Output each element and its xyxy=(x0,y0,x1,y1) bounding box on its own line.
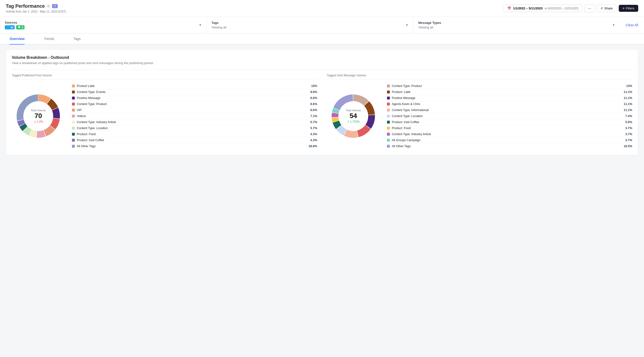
favorite-icon[interactable]: ☆ xyxy=(47,4,50,9)
legend-color xyxy=(387,85,390,88)
more-options-button[interactable]: ··· xyxy=(585,4,594,13)
legend-left: Product: Iced Coffee xyxy=(72,139,104,142)
charts-row: Tagged Published Post Volume Total Volum… xyxy=(12,74,632,149)
legend-label: Product: Food xyxy=(392,127,411,130)
legend-pct: 18.5% xyxy=(622,145,632,148)
clear-all-button[interactable]: Clear All xyxy=(620,23,644,27)
legend-item: Positive Message 11.1% xyxy=(387,95,632,101)
tab-trends[interactable]: Trends xyxy=(44,34,54,45)
legend-color xyxy=(72,127,75,130)
header-actions: 📅 1/1/2022 – 5/11/2023 vs 8/23/2020 – 12… xyxy=(504,4,638,13)
filters-label: Filters xyxy=(626,7,634,10)
legend-item: Product: Iced Coffee 4.3% xyxy=(72,137,317,143)
legend-label: All Other Tags xyxy=(77,145,96,148)
tab-tags[interactable]: Tags xyxy=(74,34,80,45)
legend-pct: 11.1% xyxy=(622,102,632,106)
legend-label: Content Type: Location xyxy=(392,114,422,118)
legend-item: Content Type: Location 7.4% xyxy=(387,113,632,119)
legend-color xyxy=(387,127,390,130)
legend-left: All Groups Campaign xyxy=(387,139,420,142)
legend-item: All Other Tags 28.6% xyxy=(72,143,317,149)
legend-label: All Other Tags xyxy=(392,145,410,148)
filter-bar: Sources 🐦 36 💬 4 ▼ Tags Viewing all ▼ Me… xyxy=(0,17,644,34)
legend-color xyxy=(387,121,390,124)
legend-item: Content Type: Informational 11.1% xyxy=(387,107,632,113)
filters-button[interactable]: ≡ Filters xyxy=(619,5,638,12)
legend-left: Product: Food xyxy=(387,127,411,130)
legend-item: Product Latte 10% xyxy=(72,83,317,89)
legend-pct: 28.6% xyxy=(308,145,317,148)
tags-filter[interactable]: Tags Viewing all ▼ xyxy=(207,17,414,33)
legend-left: Content Type: Location xyxy=(72,127,108,130)
legend-color xyxy=(72,109,75,112)
tags-label: Tags xyxy=(212,21,226,25)
legend-left: All Other Tags xyxy=(387,145,410,148)
legend-color xyxy=(72,139,75,142)
published-total-value: 70 xyxy=(31,112,46,120)
tab-overview[interactable]: Overview xyxy=(10,34,24,45)
twitter-count: 36 xyxy=(10,26,13,29)
card-divider xyxy=(12,70,632,70)
card-title: Volume Breakdown - Outbound xyxy=(12,55,632,60)
legend-left: All Other Tags xyxy=(72,145,96,148)
legend-item: Product: Iced Coffee 5.6% xyxy=(387,119,632,125)
legend-color xyxy=(387,133,390,136)
tags-value: Viewing all xyxy=(212,26,226,29)
legend-color xyxy=(72,97,75,100)
legend-label: Content Type: Informational xyxy=(392,108,428,112)
legend-item: All Groups Campaign 3.7% xyxy=(387,137,632,143)
share-button[interactable]: ↗ Share xyxy=(596,5,616,12)
legend-label: Content Type: Product xyxy=(392,84,422,88)
message-types-filter[interactable]: Message Types Viewing all ▼ xyxy=(414,17,620,33)
page-subtitle: Activity from Jan 1, 2022 - May 11, 2023… xyxy=(6,10,66,13)
legend-pct: 11.1% xyxy=(622,108,632,112)
legend-item: All Other Tags 18.5% xyxy=(387,143,632,149)
legend-label: Product: Food xyxy=(77,133,96,136)
header-left: Tag Performance ☆ ⚡ Activity from Jan 1,… xyxy=(6,3,66,13)
legend-item: Product: Latte 11.1% xyxy=(387,89,632,95)
legend-left: Positive Message xyxy=(72,96,100,100)
date-range-button[interactable]: 📅 1/1/2022 – 5/11/2023 vs 8/23/2020 – 12… xyxy=(504,5,582,12)
legend-color xyxy=(387,139,390,142)
legend-label: Content Type: Location xyxy=(77,127,108,130)
legend-pct: 11.1% xyxy=(622,90,632,94)
legend-color xyxy=(387,115,390,118)
legend-left: Content Type: Informational xyxy=(387,108,428,112)
legend-pct: 4.3% xyxy=(308,133,317,136)
whatsapp-count: 4 xyxy=(22,26,23,29)
sent-message-donut: Total Volume 54 ↗ 1,700% xyxy=(327,90,380,143)
tab-bar: Overview Trends Tags xyxy=(0,34,644,45)
legend-pct: 7.1% xyxy=(308,114,317,118)
legend-pct: 3.7% xyxy=(622,133,632,136)
legend-label: Content Type: Industry Article xyxy=(77,120,116,124)
whatsapp-badge: 💬 4 xyxy=(16,25,24,29)
published-total-label: Total Volume xyxy=(31,109,46,112)
sources-filter[interactable]: Sources 🐦 36 💬 4 ▼ xyxy=(0,17,207,33)
page-title-row: Tag Performance ☆ ⚡ xyxy=(6,3,66,9)
legend-item: Product: Food 3.7% xyxy=(387,125,632,131)
legend-item: Content Type: Industry Article 5.7% xyxy=(72,119,317,125)
published-post-donut: Total Volume 70 ↘ 1.4% xyxy=(12,90,65,143)
message-types-filter-content: Message Types Viewing all xyxy=(418,21,441,29)
legend-pct: 8.6% xyxy=(308,90,317,94)
sent-message-center: Total Volume 54 ↗ 1,700% xyxy=(346,109,361,123)
legend-color xyxy=(72,103,75,106)
legend-left: Product: Latte xyxy=(387,90,410,94)
calendar-icon: 📅 xyxy=(507,7,511,10)
legend-label: Product: Latte xyxy=(392,90,410,94)
legend-label: Positive Message xyxy=(392,96,416,100)
legend-pct: 3.7% xyxy=(622,127,632,130)
legend-label: Videos xyxy=(77,114,86,118)
legend-left: Positive Message xyxy=(387,96,416,100)
sent-message-section: Tagged Sent Message Volume Total Volume … xyxy=(327,74,632,149)
more-icon: ··· xyxy=(588,6,591,10)
date-vs: vs 8/23/2020 – 12/31/2021 xyxy=(544,7,579,10)
legend-color xyxy=(72,85,75,88)
published-post-legend: Product Latte 10% Content Type: Events 8… xyxy=(72,83,317,149)
volume-breakdown-card: Volume Breakdown - Outbound View a break… xyxy=(6,49,638,155)
legend-item: Content Type: Industry Article 3.7% xyxy=(387,131,632,137)
legend-left: Content Type: Product xyxy=(72,102,106,106)
legend-left: Product Latte xyxy=(72,84,94,88)
twitter-badge: 🐦 36 xyxy=(5,25,15,29)
legend-left: Content Type: Industry Article xyxy=(387,133,431,136)
